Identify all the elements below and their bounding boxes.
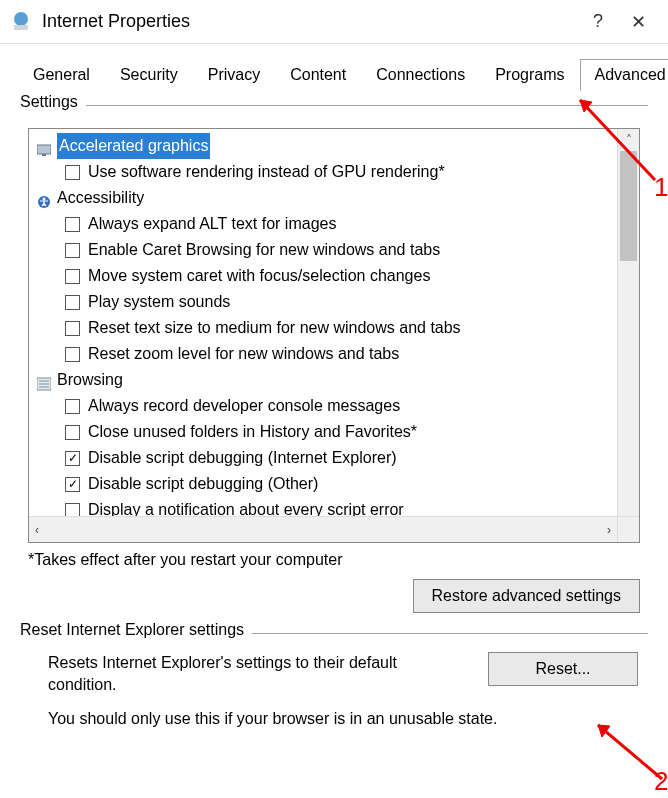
scroll-up-icon[interactable]: ˄ (618, 129, 639, 151)
reset-button[interactable]: Reset... (488, 652, 638, 686)
reset-warning: You should only use this if your browser… (48, 710, 644, 728)
tree-item[interactable]: Disable script debugging (Internet Explo… (31, 445, 615, 471)
checkbox[interactable] (65, 243, 80, 258)
annotation-label-1: 1 (654, 172, 668, 203)
tree-item[interactable]: Always expand ALT text for images (31, 211, 615, 237)
tree-item-label: Close unused folders in History and Favo… (88, 419, 417, 445)
tree-category[interactable]: Browsing (31, 367, 615, 393)
internet-options-icon (10, 11, 32, 33)
tree-item-label: Enable Caret Browsing for new windows an… (88, 237, 440, 263)
tree-category-label: Browsing (57, 367, 123, 393)
settings-tree[interactable]: Accelerated graphicsUse software renderi… (29, 129, 617, 516)
tab-content[interactable]: Content (275, 59, 361, 91)
group-reset-label: Reset Internet Explorer settings (20, 621, 252, 639)
tree-item[interactable]: Use software rendering instead of GPU re… (31, 159, 615, 185)
tab-security[interactable]: Security (105, 59, 193, 91)
scroll-thumb[interactable] (620, 151, 637, 261)
tree-item-label: Always expand ALT text for images (88, 211, 336, 237)
checkbox[interactable] (65, 321, 80, 336)
svg-point-0 (14, 12, 28, 26)
tree-item-label: Reset text size to medium for new window… (88, 315, 461, 341)
close-button[interactable]: ✕ (618, 7, 658, 37)
horizontal-scrollbar[interactable]: ‹ › (29, 516, 617, 542)
checkbox[interactable] (65, 425, 80, 440)
svg-line-12 (598, 725, 662, 779)
scroll-left-icon[interactable]: ‹ (35, 523, 39, 537)
tree-category[interactable]: Accelerated graphics (31, 133, 615, 159)
tree-item-label: Play system sounds (88, 289, 230, 315)
scroll-right-icon[interactable]: › (607, 523, 611, 537)
tree-item[interactable]: Enable Caret Browsing for new windows an… (31, 237, 615, 263)
tab-general[interactable]: General (18, 59, 105, 91)
checkbox[interactable] (65, 399, 80, 414)
svg-marker-11 (580, 100, 592, 112)
annotation-label-2: 2 (654, 766, 668, 797)
restore-advanced-button[interactable]: Restore advanced settings (413, 579, 640, 613)
tree-item-label: Always record developer console messages (88, 393, 400, 419)
tree-item-label: Disable script debugging (Other) (88, 471, 318, 497)
tree-item-label: Use software rendering instead of GPU re… (88, 159, 445, 185)
tree-category[interactable]: Accessibility (31, 185, 615, 211)
tree-item[interactable]: Reset text size to medium for new window… (31, 315, 615, 341)
group-reset: Reset Internet Explorer settings Resets … (20, 633, 648, 696)
vertical-scrollbar[interactable]: ˄ (617, 129, 639, 516)
tree-item-label: Move system caret with focus/selection c… (88, 263, 430, 289)
svg-rect-2 (37, 145, 51, 154)
reset-description: Resets Internet Explorer's settings to t… (48, 652, 448, 696)
restart-note: *Takes effect after you restart your com… (28, 551, 640, 569)
scroll-corner (617, 516, 639, 542)
checkbox[interactable] (65, 503, 80, 517)
svg-rect-3 (42, 154, 46, 156)
group-settings-label: Settings (20, 93, 86, 111)
checkbox[interactable] (65, 269, 80, 284)
tree-item[interactable]: Move system caret with focus/selection c… (31, 263, 615, 289)
tree-item[interactable]: Play system sounds (31, 289, 615, 315)
titlebar: Internet Properties ? ✕ (0, 0, 668, 44)
checkbox[interactable] (65, 451, 80, 466)
tab-strip: GeneralSecurityPrivacyContentConnections… (18, 58, 650, 91)
tree-item[interactable]: Always record developer console messages (31, 393, 615, 419)
tab-connections[interactable]: Connections (361, 59, 480, 91)
window-title: Internet Properties (42, 11, 578, 32)
help-button[interactable]: ? (578, 7, 618, 37)
tab-programs[interactable]: Programs (480, 59, 579, 91)
svg-rect-1 (14, 25, 28, 30)
svg-point-5 (43, 198, 46, 201)
tree-item-label: Reset zoom level for new windows and tab… (88, 341, 399, 367)
tree-item[interactable]: Disable script debugging (Other) (31, 471, 615, 497)
checkbox[interactable] (65, 217, 80, 232)
browsing-icon (37, 373, 51, 387)
tree-category-label: Accelerated graphics (57, 133, 210, 159)
tab-privacy[interactable]: Privacy (193, 59, 275, 91)
checkbox[interactable] (65, 165, 80, 180)
tree-item[interactable]: Display a notification about every scrip… (31, 497, 615, 516)
accessibility-icon (37, 191, 51, 205)
tree-item-label: Display a notification about every scrip… (88, 497, 404, 516)
tab-advanced[interactable]: Advanced (580, 59, 668, 91)
checkbox[interactable] (65, 347, 80, 362)
group-settings: Settings (20, 105, 648, 106)
settings-tree-container: Accelerated graphicsUse software renderi… (28, 128, 640, 543)
display-icon (37, 139, 51, 153)
tree-item[interactable]: Reset zoom level for new windows and tab… (31, 341, 615, 367)
checkbox[interactable] (65, 295, 80, 310)
tree-item[interactable]: Close unused folders in History and Favo… (31, 419, 615, 445)
checkbox[interactable] (65, 477, 80, 492)
tree-category-label: Accessibility (57, 185, 144, 211)
tree-item-label: Disable script debugging (Internet Explo… (88, 445, 397, 471)
